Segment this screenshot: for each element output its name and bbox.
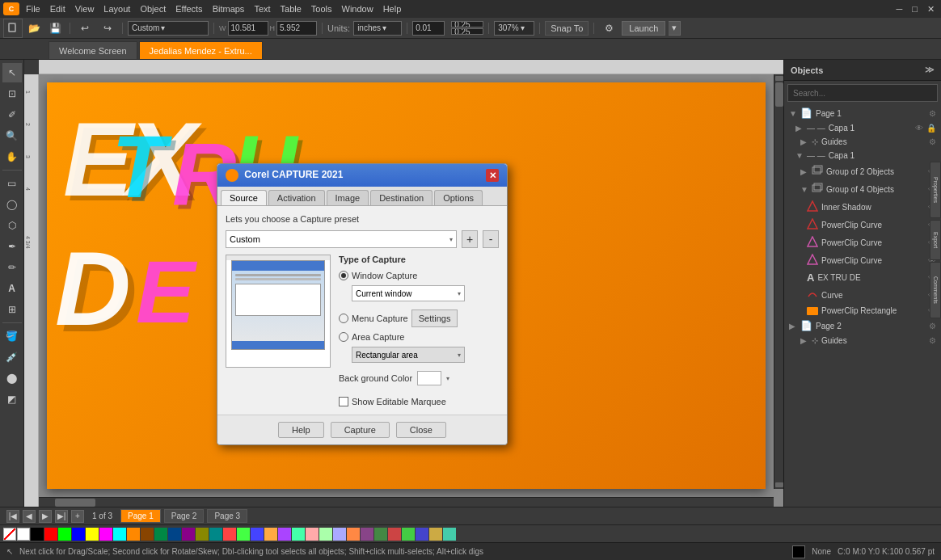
tool-pan[interactable]: ✋ <box>2 147 22 166</box>
area-type-dropdown[interactable]: Rectangular area ▾ <box>352 347 465 363</box>
launch-btn[interactable]: Launch <box>622 21 665 36</box>
color-swatch-lightblue[interactable] <box>251 528 264 541</box>
menu-help[interactable]: Help <box>380 4 405 14</box>
close-button[interactable]: Close <box>396 422 446 438</box>
window-close[interactable]: ✕ <box>924 4 938 15</box>
color-swatch-blue[interactable] <box>72 528 85 541</box>
menu-view[interactable]: View <box>72 4 98 14</box>
capa1-eye[interactable]: 👁 <box>915 124 923 133</box>
menu-text[interactable]: Text <box>251 4 273 14</box>
redo-btn[interactable]: ↪ <box>98 19 117 38</box>
obj-pwclip3[interactable]: PowerClip Curve 👁 <box>784 251 941 269</box>
color-swatch-mint[interactable] <box>292 528 305 541</box>
no-color-swatch[interactable] <box>3 528 16 541</box>
obj-pwclip1[interactable]: PowerClip Curve 👁 <box>784 216 941 234</box>
color-swatch-cyan[interactable] <box>113 528 126 541</box>
color-swatch-brown[interactable] <box>141 528 154 541</box>
menu-layout[interactable]: Layout <box>100 4 133 14</box>
color-swatch-purple[interactable] <box>182 528 195 541</box>
menu-object[interactable]: Object <box>137 4 169 14</box>
units-dropdown[interactable]: inches ▾ <box>353 21 402 36</box>
color-swatch-forest[interactable] <box>374 528 387 541</box>
tab-welcome[interactable]: Welcome Screen <box>49 41 137 59</box>
tool-node[interactable]: ⊡ <box>2 84 22 103</box>
bg-color-arrow[interactable]: ▾ <box>446 375 449 382</box>
undo-btn[interactable]: ↩ <box>75 19 95 38</box>
obj-inner-shadow[interactable]: Inner Shadow 👁 <box>784 198 941 216</box>
menu-capture-row[interactable]: Menu Capture Settings <box>339 309 499 327</box>
new-btn[interactable] <box>3 19 23 38</box>
color-swatch-plum[interactable] <box>361 528 373 541</box>
color-swatch-white[interactable] <box>17 528 30 541</box>
color-swatch-black[interactable] <box>31 528 44 541</box>
tool-zoom[interactable]: 🔍 <box>2 126 22 145</box>
obj-group2[interactable]: ▶ Group of 2 Objects 👁 <box>784 162 941 180</box>
tab-source[interactable]: Source <box>221 190 267 205</box>
preset-value-dropdown[interactable]: Custom ▾ <box>226 230 457 248</box>
color-swatch-red[interactable] <box>44 528 57 541</box>
tab-destination[interactable]: Destination <box>370 190 433 205</box>
window-minimize[interactable]: ─ <box>893 4 906 14</box>
capture-button[interactable]: Capture <box>331 422 390 438</box>
side-tab-comments[interactable]: Comments <box>930 262 941 318</box>
color-swatch-palegreen[interactable] <box>319 528 332 541</box>
area-capture-radio[interactable] <box>339 332 348 342</box>
color-swatch-lavender[interactable] <box>278 528 291 541</box>
tool-poly[interactable]: ⬡ <box>2 216 22 235</box>
height-input[interactable] <box>276 21 317 36</box>
preset-dropdown[interactable]: Custom ▾ <box>128 21 209 36</box>
obj-capa1[interactable]: ▼ — — Capa 1 <box>784 149 941 162</box>
page2-settings[interactable]: ⚙ <box>929 322 936 331</box>
color-swatch-teal[interactable] <box>209 528 222 541</box>
window-capture-radio[interactable] <box>339 271 348 280</box>
color-swatch-coral[interactable] <box>347 528 360 541</box>
page-tab-2[interactable]: Page 2 <box>164 509 205 523</box>
menu-file[interactable]: File <box>23 4 44 14</box>
obj-group4[interactable]: ▼ Group of 4 Objects 👁 <box>784 180 941 198</box>
objects-search[interactable] <box>787 84 938 102</box>
color-swatch-yellow[interactable] <box>86 528 99 541</box>
area-capture-row[interactable]: Area Capture <box>339 332 499 342</box>
window-maximize[interactable]: □ <box>909 4 921 14</box>
page1-settings[interactable]: ⚙ <box>929 109 936 118</box>
color-swatch-pink[interactable] <box>306 528 319 541</box>
guides-settings[interactable]: ⚙ <box>929 137 936 146</box>
color-swatch-lime[interactable] <box>58 528 71 541</box>
menu-window[interactable]: Window <box>339 4 377 14</box>
obj-guides2[interactable]: ▶ ⊹ Guides ⚙ <box>784 334 941 347</box>
color-swatch-emerald[interactable] <box>402 528 415 541</box>
obj-page2[interactable]: ▶ 📄 Page 2 ⚙ <box>784 318 941 334</box>
page-tab-3[interactable]: Page 3 <box>207 509 247 523</box>
tool-ellipse[interactable]: ◯ <box>2 195 22 214</box>
tab-document[interactable]: Jedalias Mendez - Extru... <box>139 41 263 59</box>
color-swatch-navy[interactable] <box>168 528 181 541</box>
tab-activation[interactable]: Activation <box>268 190 325 205</box>
dialog-titlebar[interactable]: Corel CAPTURE 2021 ✕ <box>217 164 507 187</box>
preset-add-btn[interactable]: + <box>462 230 478 248</box>
obj-extrude[interactable]: A EX TRU DE 👁 <box>784 269 941 286</box>
nudge-input[interactable] <box>412 21 445 36</box>
page-next-btn[interactable]: ▶ <box>39 510 52 523</box>
tab-options[interactable]: Options <box>434 190 483 205</box>
color-swatch-gold[interactable] <box>429 528 442 541</box>
tool-fill[interactable]: 🪣 <box>2 326 22 346</box>
menu-capture-radio[interactable] <box>339 314 348 323</box>
color-swatch-olive[interactable] <box>196 528 209 541</box>
y-input[interactable] <box>451 28 483 35</box>
tool-eyedrop[interactable]: 💉 <box>2 347 22 367</box>
color-swatch-periwinkle[interactable] <box>333 528 346 541</box>
tab-image[interactable]: Image <box>327 190 369 205</box>
color-swatch-peach[interactable] <box>264 528 277 541</box>
preset-remove-btn[interactable]: - <box>483 230 499 248</box>
width-input[interactable] <box>228 21 268 36</box>
obj-pwclip2[interactable]: PowerClip Curve 👁 <box>784 234 941 251</box>
x-input[interactable] <box>451 21 483 27</box>
tool-table[interactable]: ⊞ <box>2 300 22 319</box>
color-swatch-green[interactable] <box>154 528 167 541</box>
show-marquee-checkbox[interactable] <box>339 397 348 406</box>
dialog-close-btn[interactable]: ✕ <box>486 169 499 182</box>
menu-effects[interactable]: Effects <box>172 4 205 14</box>
snap-to-btn[interactable]: Snap To <box>545 21 589 36</box>
color-swatch-orange[interactable] <box>127 528 140 541</box>
obj-guides[interactable]: ▶ ⊹ Guides ⚙ <box>784 135 941 149</box>
